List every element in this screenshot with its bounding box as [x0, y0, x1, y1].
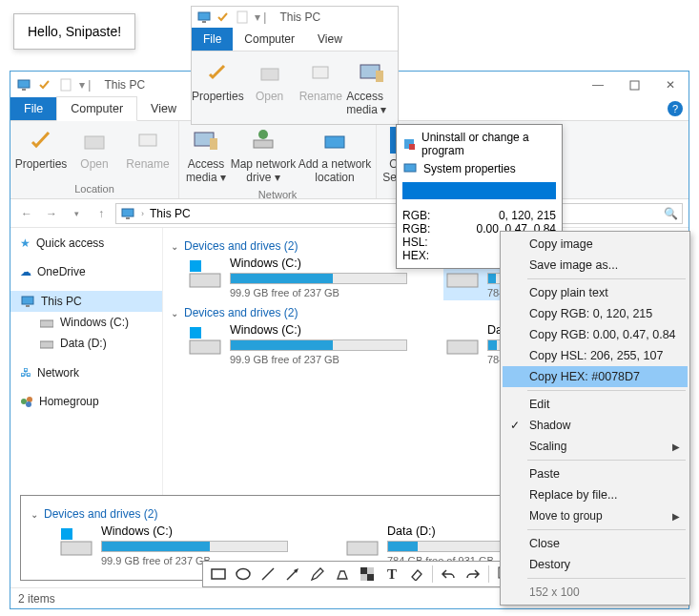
monitor-icon: [20, 294, 35, 309]
ribbon-group-location: Properties Open Rename Location: [10, 121, 179, 198]
svg-rect-37: [61, 528, 72, 540]
svg-line-41: [262, 568, 274, 580]
ctx-copy-plain-text[interactable]: Copy plain text: [503, 282, 688, 303]
ctx-copy-hsl[interactable]: Copy HSL: 206, 255, 107: [503, 345, 688, 366]
mini-ribbon-body: Properties Open Rename Access media ▾: [192, 51, 398, 124]
doc-icon: [236, 10, 249, 24]
close-button[interactable]: ✕: [652, 72, 689, 98]
svg-rect-6: [376, 71, 383, 82]
doc-icon: [58, 77, 73, 92]
ctx-destroy[interactable]: Destory: [503, 554, 688, 575]
snipaste-tooltip: Hello, Snipaste!: [13, 13, 135, 50]
mini-tab-view[interactable]: View: [306, 28, 354, 51]
rect-tool-icon[interactable]: [207, 564, 230, 585]
svg-rect-12: [139, 134, 156, 146]
svg-rect-45: [367, 567, 374, 574]
mini-media-button[interactable]: Access media ▾: [346, 55, 398, 120]
svg-point-16: [258, 130, 268, 139]
ellipse-tool-icon[interactable]: [232, 564, 255, 585]
check-icon: [216, 10, 230, 24]
svg-point-28: [27, 397, 32, 402]
check-icon: [37, 77, 52, 92]
drive-icon: [39, 336, 54, 351]
mini-title: This PC: [279, 10, 320, 24]
add-location-button[interactable]: Add a network location: [298, 123, 372, 188]
drive-icon: [445, 323, 480, 358]
mini-qat: ▾ | This PC: [192, 7, 398, 28]
picker-sysprops[interactable]: System properties: [402, 159, 556, 178]
svg-rect-33: [190, 340, 220, 354]
properties-button[interactable]: Properties: [14, 123, 68, 182]
picker-uninstall[interactable]: Uninstall or change a program: [402, 129, 556, 159]
homegroup-icon: [20, 395, 33, 408]
ctx-scaling[interactable]: Scaling▶: [503, 436, 688, 457]
ctx-replace-by-file[interactable]: Replace by file...: [503, 484, 688, 505]
svg-rect-26: [40, 341, 53, 348]
ctx-edit[interactable]: Edit: [503, 394, 688, 415]
svg-rect-44: [367, 574, 374, 581]
sidebar-homegroup[interactable]: Homegroup: [10, 392, 162, 411]
chevron-down-icon: ⌄: [31, 509, 38, 520]
ctx-copy-image[interactable]: Copy image: [503, 234, 688, 255]
mini-tab-computer[interactable]: Computer: [233, 28, 306, 51]
mini-open-button[interactable]: Open: [244, 55, 296, 120]
tab-computer[interactable]: Computer: [56, 96, 137, 121]
sidebar-this-pc[interactable]: This PC: [10, 291, 162, 312]
sidebar-quick-access[interactable]: ★Quick access: [10, 234, 162, 253]
sidebar-network[interactable]: 🖧Network: [10, 363, 162, 382]
monitor-icon: [16, 77, 31, 92]
text-tool-icon[interactable]: T: [380, 564, 403, 585]
pencil-tool-icon[interactable]: [306, 564, 329, 585]
line-tool-icon[interactable]: [257, 564, 279, 585]
undo-icon[interactable]: [437, 564, 460, 585]
mini-rename-button[interactable]: Rename: [295, 55, 346, 120]
drive-windows-c[interactable]: Windows (C:)99.9 GB free of 237 GB: [188, 323, 407, 365]
back-button[interactable]: ←: [16, 203, 37, 224]
rename-button[interactable]: Rename: [121, 123, 175, 182]
ctx-copy-rgb-int[interactable]: Copy RGB: 0, 120, 215: [503, 303, 688, 324]
ctx-move-to-group[interactable]: Move to group▶: [503, 505, 688, 526]
tab-file[interactable]: File: [10, 97, 56, 120]
drive-icon: [188, 323, 222, 358]
svg-rect-21: [122, 209, 134, 216]
arrow-tool-icon[interactable]: [281, 564, 304, 585]
mini-ribbon-window: ▾ | This PC File Computer View Propertie…: [191, 6, 399, 125]
chevron-down-icon: ⌄: [171, 308, 178, 318]
help-icon[interactable]: ?: [668, 101, 683, 116]
ctx-shadow[interactable]: ✓Shadow: [503, 415, 688, 436]
mini-tab-file[interactable]: File: [192, 28, 233, 51]
sidebar-data-d[interactable]: Data (D:): [10, 333, 162, 354]
mosaic-tool-icon[interactable]: [356, 564, 379, 585]
nav-sidebar: ★Quick access ☁OneDrive This PC Windows …: [10, 228, 163, 495]
color-swatch: [402, 182, 556, 199]
forward-button[interactable]: →: [41, 203, 62, 224]
ctx-paste[interactable]: Paste: [503, 463, 688, 484]
drive-icon: [345, 524, 380, 559]
svg-rect-34: [190, 327, 201, 339]
tab-view[interactable]: View: [137, 97, 190, 120]
access-media-button[interactable]: Access media ▾: [183, 123, 229, 188]
map-drive-button[interactable]: Map network drive ▾: [229, 123, 298, 188]
chevron-down-icon: ⌄: [171, 241, 178, 252]
redo-icon[interactable]: [462, 564, 484, 585]
svg-rect-38: [347, 542, 378, 555]
sidebar-onedrive[interactable]: ☁OneDrive: [10, 262, 162, 281]
ctx-copy-rgb-float[interactable]: Copy RGB: 0.00, 0.47, 0.84: [503, 324, 688, 345]
drive-windows-c[interactable]: Windows (C:)99.9 GB free of 237 GB: [188, 257, 407, 298]
network-icon: 🖧: [20, 366, 31, 380]
mini-properties-button[interactable]: Properties: [192, 55, 244, 120]
open-button[interactable]: Open: [68, 123, 121, 182]
svg-rect-2: [237, 11, 247, 23]
recent-button[interactable]: ▾: [66, 203, 87, 224]
ctx-save-image-as[interactable]: Save image as...: [503, 255, 688, 276]
monitor-icon: [402, 161, 418, 176]
up-button[interactable]: ↑: [91, 203, 112, 224]
sidebar-windows-c[interactable]: Windows (C:): [10, 312, 162, 333]
ctx-close[interactable]: Close: [503, 533, 688, 554]
eraser-tool-icon[interactable]: [405, 564, 428, 585]
maximize-button[interactable]: [616, 72, 652, 98]
ctx-copy-hex[interactable]: Copy HEX: #0078D7: [503, 366, 688, 387]
svg-rect-46: [360, 574, 367, 581]
minimize-button[interactable]: —: [580, 72, 616, 98]
marker-tool-icon[interactable]: [331, 564, 354, 585]
